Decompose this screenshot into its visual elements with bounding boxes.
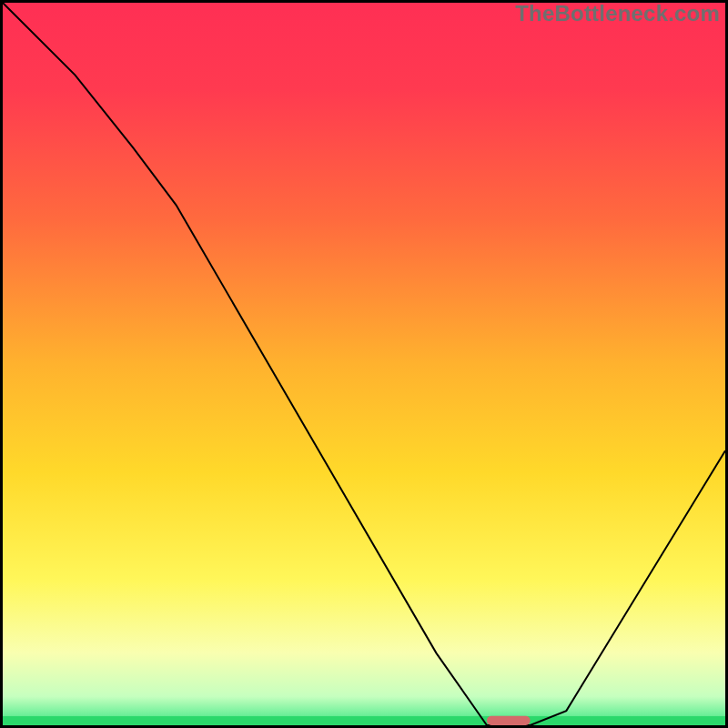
green-baseline-band <box>3 716 725 725</box>
plot-svg <box>3 3 725 725</box>
watermark-text: TheBottleneck.com <box>515 1 720 26</box>
gradient-backdrop <box>3 3 725 725</box>
chart-frame: TheBottleneck.com <box>0 0 728 728</box>
optimal-marker <box>487 716 531 725</box>
